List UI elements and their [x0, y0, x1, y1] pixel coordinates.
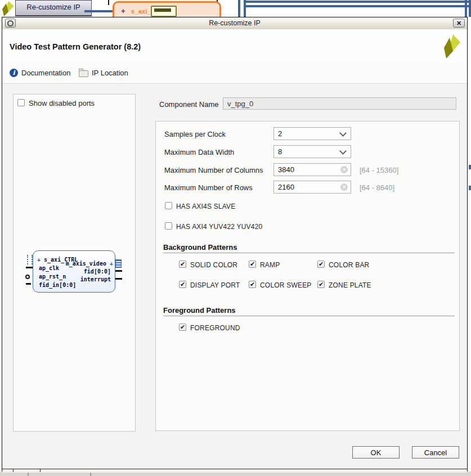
wire — [469, 0, 471, 17]
expand-plus-icon[interactable]: + — [121, 7, 125, 15]
background-patterns-title: Background Patterns — [163, 243, 237, 252]
clear-icon[interactable]: ✕ — [340, 166, 348, 173]
selected-value: 8 — [278, 147, 282, 156]
background-tab-recustomize-ip[interactable]: Re-customize IP — [15, 0, 92, 16]
section-divider — [163, 253, 455, 253]
wire — [246, 5, 471, 7]
color-bar-label: COLOR BAR — [329, 261, 369, 269]
max-data-width-select[interactable]: 8 — [273, 145, 351, 158]
grip-tick — [40, 469, 41, 472]
ip-location-button[interactable]: IP Location — [79, 69, 128, 77]
check-icon: ✔ — [319, 281, 324, 288]
chevron-down-icon — [339, 129, 347, 137]
component-name-label: Component Name — [159, 100, 219, 109]
axis-interface-stub-icon — [115, 259, 122, 268]
display-port-label: DISPLAY PORT — [190, 281, 240, 289]
axi-interface-stub-icon — [27, 255, 33, 264]
color-sweep-label: COLOR SWEEP — [260, 281, 312, 289]
wire — [469, 165, 471, 169]
max-data-width-label: Maximum Data Width — [164, 148, 234, 156]
wire — [469, 186, 471, 190]
documentation-label: Documentation — [21, 69, 70, 77]
section-divider — [163, 316, 455, 316]
app-logo-icon — [2, 1, 15, 16]
component-name-input[interactable] — [223, 97, 456, 110]
has-axi4-yuv-label: HAS AXI4 YUV422 YUV420 — [176, 223, 262, 231]
fid-port: fid[0:0] — [84, 268, 111, 275]
page-title: Video Test Pattern Generator (8.2) — [10, 42, 141, 51]
max-rows-label: Maximum Number of Rows — [164, 183, 253, 192]
zone-plate-checkbox[interactable]: ✔ — [317, 281, 325, 288]
grip-tick — [13, 469, 14, 472]
foreground-patterns-title: Foreground Patterns — [163, 306, 236, 315]
check-icon: ✔ — [319, 261, 324, 267]
wire — [84, 10, 115, 12]
fid-pin-stub-icon — [115, 270, 122, 272]
check-icon: ✔ — [250, 261, 255, 267]
dialog-toolbar: i Documentation IP Location — [2, 64, 467, 84]
max-columns-range: [64 - 15360] — [360, 166, 398, 174]
display-port-checkbox[interactable]: ✔ — [179, 281, 186, 288]
screen: Re-customize IP + s_axi_CTRL Re-customiz… — [0, 0, 471, 476]
dialog-title: Re-customize IP — [2, 17, 467, 29]
wire — [238, 0, 240, 17]
chevron-down-icon — [339, 147, 347, 155]
max-columns-input[interactable] — [273, 163, 351, 176]
solid-color-label: SOLID COLOR — [190, 261, 237, 269]
interrupt-port: interrupt — [80, 276, 111, 282]
info-icon: i — [10, 69, 18, 77]
options-panel: Samples per Clock 2 Maximum Data Width 8… — [155, 121, 460, 431]
has-axi4s-slave-label: HAS AXI4S SLAVE — [176, 203, 236, 210]
recustomize-ip-dialog: Re-customize IP ✕ Video Test Pattern Gen… — [2, 17, 468, 471]
samples-per-clock-select[interactable]: 2 — [273, 127, 351, 140]
port-label: m_axis_video — [66, 261, 106, 267]
samples-per-clock-label: Samples per Clock — [164, 130, 226, 138]
clear-icon[interactable]: ✕ — [340, 183, 348, 191]
show-disabled-ports-checkbox[interactable] — [17, 99, 25, 106]
zone-plate-label: ZONE PLATE — [329, 281, 371, 289]
selected-value: 2 — [278, 129, 282, 138]
ap-clk-port: ap_clk — [39, 265, 59, 271]
color-sweep-checkbox[interactable]: ✔ — [249, 281, 256, 288]
foreground-checkbox[interactable]: ✔ — [179, 324, 186, 331]
check-icon: ✔ — [180, 324, 185, 330]
documentation-button[interactable]: i Documentation — [10, 69, 70, 77]
color-bar-checkbox[interactable]: ✔ — [317, 261, 325, 268]
wire — [465, 0, 467, 17]
dialog-header: Video Test Pattern Generator (8.2) — [2, 29, 467, 64]
dialog-titlebar[interactable]: Re-customize IP ✕ — [2, 17, 467, 30]
ramp-checkbox[interactable]: ✔ — [249, 261, 256, 268]
fid-in-pin-stub-icon — [26, 283, 31, 285]
close-button[interactable]: ✕ — [453, 19, 465, 28]
m-axis-video-port: m_axis_video + — [66, 261, 113, 267]
check-icon: ✔ — [180, 261, 185, 267]
ip-location-label: IP Location — [92, 69, 128, 77]
ports-preview-panel: Show disabled ports + s_axi_CTRL m_axis_… — [13, 94, 136, 432]
solid-color-checkbox[interactable]: ✔ — [179, 261, 186, 268]
show-disabled-ports-label: Show disabled ports — [29, 99, 95, 107]
foreground-label: FOREGROUND — [190, 324, 240, 332]
fid-in-port: fid_in[0:0] — [39, 282, 76, 288]
ap-rst-n-port: ap_rst_n — [39, 273, 66, 280]
has-axi4s-slave-checkbox[interactable] — [165, 202, 172, 209]
dialog-resize-grip[interactable] — [2, 469, 467, 473]
close-icon: ✕ — [456, 20, 461, 26]
has-axi4-yuv-checkbox[interactable] — [165, 222, 172, 230]
max-rows-range: [64 - 8640] — [360, 183, 394, 192]
ip-block-symbol[interactable]: + s_axi_CTRL m_axis_video + ap_clk fid[0… — [33, 250, 115, 293]
expand-plus-icon[interactable]: + — [110, 261, 113, 267]
wire-stub — [108, 0, 109, 5]
ramp-label: RAMP — [260, 261, 280, 269]
expand-plus-icon[interactable]: + — [37, 257, 41, 263]
folder-icon — [79, 70, 88, 77]
max-rows-input[interactable] — [273, 181, 351, 194]
background-pin-box — [151, 6, 177, 17]
wire — [246, 1, 471, 3]
max-columns-label: Maximum Number of Columns — [164, 166, 263, 174]
cancel-button[interactable]: Cancel — [412, 446, 459, 459]
clk-pin-stub-icon — [26, 267, 33, 268]
check-icon: ✔ — [250, 281, 255, 288]
ok-button[interactable]: OK — [352, 446, 400, 459]
check-icon: ✔ — [180, 281, 185, 288]
reset-pin-stub-icon — [25, 275, 30, 279]
